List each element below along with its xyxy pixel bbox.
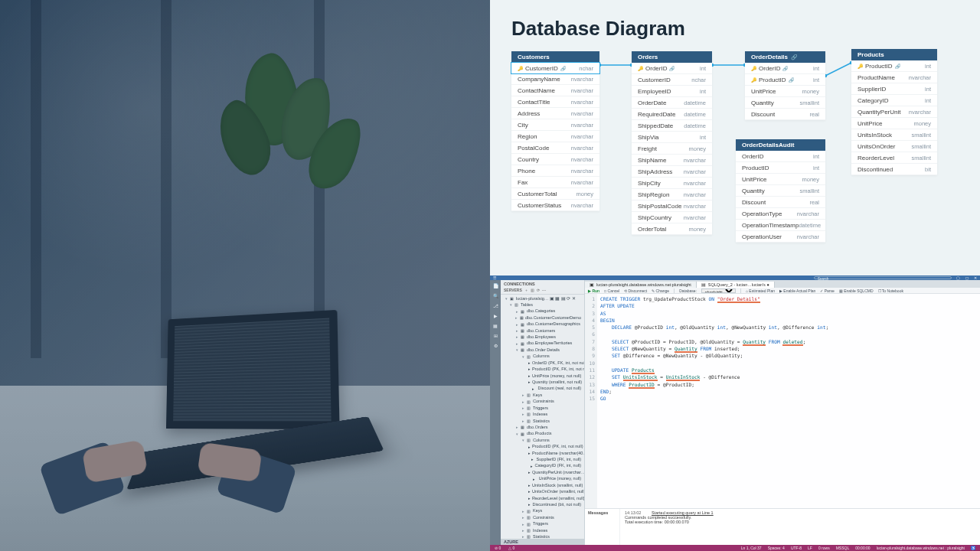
table-column[interactable]: Phonenvarchar (511, 165, 599, 177)
table-column[interactable]: QuantityPerUnitnvarchar (851, 106, 937, 118)
sidebar-action-icon[interactable]: ▥ (531, 288, 534, 292)
table-column[interactable]: ReorderLevelsmallint (851, 152, 937, 164)
table-column[interactable]: 🔑OrderID 🔗int (632, 63, 712, 74)
tree-node[interactable]: ▸UnitsOnOrder (smallint, null) (501, 489, 584, 495)
tree-node[interactable]: ▸▥Triggers (501, 521, 584, 527)
tree-node[interactable]: ▸▦dbo.CustomerCustomerDemo (501, 315, 584, 321)
table-column[interactable]: Citynvarchar (511, 119, 599, 131)
messages-header[interactable]: Messages (585, 509, 620, 545)
parse-button[interactable]: ✓ Parse (820, 289, 834, 293)
tree-node[interactable]: ▸▦dbo.Categories (501, 308, 584, 315)
table-column[interactable]: CustomerStatusnvarchar (511, 200, 599, 211)
table-orders[interactable]: Orders🔑OrderID 🔗intCustomerIDncharEmploy… (632, 51, 712, 235)
tree-toggle-icon[interactable]: ▾ (508, 302, 513, 308)
table-column[interactable]: UnitPricemoney (745, 86, 825, 97)
status-item[interactable]: LF (808, 546, 812, 550)
table-column[interactable]: ShipAddressnvarchar (632, 166, 712, 178)
table-header[interactable]: Products (851, 49, 937, 60)
status-item[interactable]: lucian-pluralsight.database.windows.net … (877, 546, 965, 550)
tree-toggle-icon[interactable]: ▸ (514, 322, 519, 328)
table-column[interactable]: ShipCitynvarchar (632, 178, 712, 189)
table-column[interactable]: CustomerTotalmoney (511, 188, 599, 200)
table-column[interactable]: 🔑OrderID 🔗int (745, 63, 825, 74)
table-column[interactable]: ShipNamenvarchar (632, 155, 712, 166)
table-column[interactable]: Quantitysmallint (745, 97, 825, 109)
tree-toggle-icon[interactable]: ▸ (514, 309, 519, 315)
status-warnings[interactable]: △ 0 (508, 546, 514, 550)
table-column[interactable]: Discontinuedbit (851, 164, 937, 175)
tree-node[interactable]: ▸Discontinued (bit, not null) (501, 502, 584, 508)
tree-toggle-icon[interactable]: ▸ (514, 341, 519, 347)
command-search[interactable]: Search (814, 276, 952, 279)
tree-node[interactable]: ▸ProductName (nvarchar(40… (501, 450, 584, 456)
tree-node[interactable]: ▸▦dbo.Orders (501, 424, 584, 430)
table-column[interactable]: Quantitysmallint (736, 185, 825, 197)
status-item[interactable]: Ln 1, Col 37 (741, 546, 762, 550)
status-item[interactable]: UTF-8 (791, 546, 802, 550)
status-errors[interactable]: ⊘ 0 (495, 546, 501, 550)
tree-node[interactable]: ▸▥Triggers (501, 405, 584, 411)
table-column[interactable]: UnitsOnOrdersmallint (851, 141, 937, 152)
sidebar-action-icon[interactable]: ⋯ (542, 288, 546, 292)
tree-node[interactable]: ▸SupplierID (FK, int, null) (501, 457, 584, 463)
table-column[interactable]: Countrynvarchar (511, 154, 599, 165)
table-column[interactable]: RequiredDatedatetime (632, 109, 712, 120)
tree-node[interactable]: ▸UnitPrice (money, not null) (501, 373, 584, 379)
table-column[interactable]: Discountreal (736, 197, 825, 208)
sidebar-action-icon[interactable]: ＋ (524, 288, 528, 292)
tree-toggle-icon[interactable]: ▸ (521, 522, 525, 527)
table-column[interactable]: OperationTimestampdatetime (736, 220, 825, 231)
tree-toggle-icon[interactable]: ▾ (521, 438, 525, 443)
activity-icon[interactable]: ▶ (494, 313, 498, 318)
database-select[interactable]: pluralsight (701, 289, 736, 293)
tree-toggle-icon[interactable]: ▾ (514, 347, 519, 353)
table-column[interactable]: Addressnvarchar (511, 108, 599, 119)
table-column[interactable]: 🔑CustomerID 🔗nchar (511, 62, 600, 74)
tree-node[interactable]: ▸UnitPrice (money, null) (501, 476, 584, 482)
tree-toggle-icon[interactable]: ▸ (521, 393, 525, 398)
tree-node[interactable]: ▸ReorderLevel (smallint, null) (501, 495, 584, 501)
tree-toggle-icon[interactable]: ▸ (521, 509, 525, 514)
tree-node[interactable]: ▸ProductID (PK, FK, int, not null) (501, 367, 584, 373)
table-column[interactable]: SupplierIDint (851, 83, 937, 95)
table-column[interactable]: ProductNamenvarchar (851, 72, 937, 83)
tree-node[interactable]: ▸ProductID (PK, int, not null) (501, 444, 584, 450)
status-item[interactable]: MSSQL (836, 546, 850, 550)
tree-toggle-icon[interactable]: ▸ (521, 406, 525, 411)
table-column[interactable]: ProductIDint (736, 162, 825, 174)
editor-tab[interactable]: ▤SQLQuery_2 - lucian…lucian's ● (697, 282, 775, 288)
tree-toggle-icon[interactable]: ▸ (514, 328, 519, 334)
table-column[interactable]: CompanyNamenvarchar (511, 73, 599, 85)
table-header[interactable]: OrderDetailsAudit (736, 139, 825, 151)
tree-node[interactable]: ▸▥Constraints (501, 514, 584, 520)
tree-node[interactable]: ▸▥Constraints (501, 399, 584, 405)
table-column[interactable]: ContactTitlenvarchar (511, 96, 599, 108)
table-column[interactable]: UnitPricemoney (736, 174, 825, 185)
tree-node[interactable]: ▾▦dbo.Order Details (501, 347, 584, 353)
table-column[interactable]: Regionnvarchar (511, 131, 599, 142)
sidebar-action-icon[interactable]: ⟳ (537, 288, 540, 292)
tree-node[interactable]: ▸UnitsInStock (smallint, null) (501, 482, 584, 488)
to-notebook-button[interactable]: ☐ To Notebook (878, 289, 903, 293)
table-column[interactable]: OrderIDint (736, 151, 825, 162)
actual-plan-button[interactable]: ▶ Enable Actual Plan (779, 289, 815, 293)
tree-node[interactable]: ▸▥Keys (501, 392, 584, 398)
tree-toggle-icon[interactable]: ▸ (521, 399, 525, 405)
tree-toggle-icon[interactable]: ▸ (514, 315, 518, 321)
sqlcmd-button[interactable]: ▦ Enable SQLCMD (839, 289, 874, 293)
table-column[interactable]: ShipCountrynvarchar (632, 212, 712, 223)
activity-icon[interactable]: ⚙ (494, 343, 498, 348)
tree-toggle-icon[interactable]: ▾ (504, 296, 508, 302)
sidebar-section-servers[interactable]: SERVERS (504, 288, 522, 292)
table-column[interactable]: OrderDatedatetime (632, 97, 712, 109)
table-column[interactable]: UnitPricemoney (851, 118, 937, 129)
tree-node[interactable]: ▸Discount (real, not null) (501, 386, 584, 392)
table-column[interactable]: ShipViaint (632, 132, 712, 143)
estimated-plan-button[interactable]: ⌂ Estimated Plan (746, 289, 775, 293)
activity-icon[interactable]: 📄 (493, 283, 498, 289)
table-column[interactable]: CustomerIDnchar (632, 74, 712, 86)
tree-node[interactable]: ▸▥Statistics (501, 418, 584, 424)
table-column[interactable]: Discountreal (745, 109, 825, 120)
activity-icon[interactable]: ▦ (493, 323, 498, 328)
tree-toggle-icon[interactable]: ▸ (521, 528, 525, 533)
